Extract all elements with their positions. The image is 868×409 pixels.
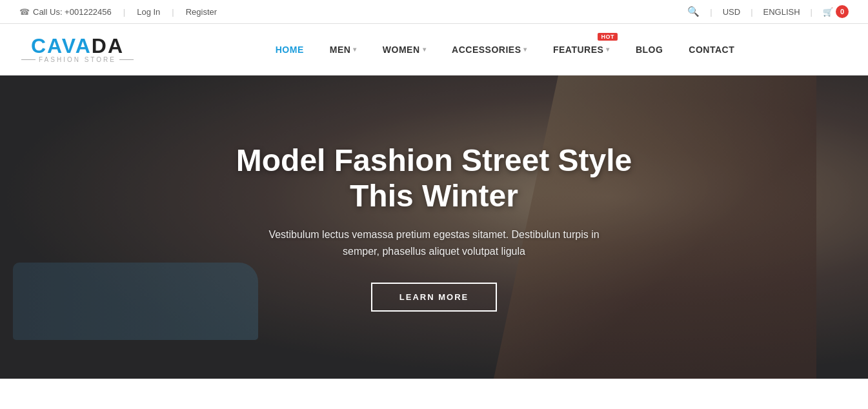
cart-button[interactable]: 🛒 0 <box>823 5 849 18</box>
nav-item-contact[interactable]: CONTACT <box>676 38 747 61</box>
nav-item-accessories[interactable]: ACCESSORIES ▾ <box>439 38 540 61</box>
logo-text: CAVADA <box>31 35 124 56</box>
hero-cta-button[interactable]: LEARN MORE <box>371 283 497 312</box>
nav-item-features-wrap: HOT FEATURES ▾ <box>540 38 623 61</box>
top-bar-left: ☎ Call Us: +001222456 | Log In | Registe… <box>19 7 217 17</box>
hero-content: Model Fashion Street Style This Winter V… <box>0 75 868 379</box>
accessories-dropdown-arrow: ▾ <box>523 46 527 53</box>
language-selector[interactable]: ENGLISH <box>763 7 800 17</box>
main-nav: HOME MEN ▾ WOMEN ▾ ACCESSORIES ▾ HOT FEA… <box>161 38 849 61</box>
logo-subtitle: FASHION STORE <box>21 56 134 63</box>
cart-icon: 🛒 <box>823 7 833 17</box>
header: CAVADA FASHION STORE HOME MEN ▾ WOMEN ▾ … <box>0 24 868 75</box>
nav-item-blog[interactable]: BLOG <box>623 38 676 61</box>
features-dropdown-arrow: ▾ <box>606 46 610 53</box>
login-link[interactable]: Log In <box>137 7 160 17</box>
register-link[interactable]: Register <box>186 7 217 17</box>
hero-title: Model Fashion Street Style This Winter <box>208 143 660 214</box>
top-bar-right: 🔍 | USD | ENGLISH | 🛒 0 <box>687 5 849 18</box>
phone-label: Call Us: +001222456 <box>33 7 112 17</box>
separator-5: | <box>811 7 812 17</box>
nav-item-women[interactable]: WOMEN ▾ <box>370 38 439 61</box>
cart-count: 0 <box>836 5 849 18</box>
search-icon[interactable]: 🔍 <box>687 6 700 17</box>
top-bar: ☎ Call Us: +001222456 | Log In | Registe… <box>0 0 868 24</box>
nav-item-features[interactable]: FEATURES ▾ <box>540 38 623 61</box>
men-dropdown-arrow: ▾ <box>353 46 357 53</box>
logo-blue: CAVA <box>31 34 92 57</box>
phone-info: ☎ Call Us: +001222456 <box>19 7 112 17</box>
logo-line-right <box>119 59 134 60</box>
currency-selector[interactable]: USD <box>723 7 740 17</box>
nav-item-home[interactable]: HOME <box>263 38 317 61</box>
separator-1: | <box>123 7 125 17</box>
logo-fashion-store: FASHION STORE <box>39 56 116 63</box>
hero-section: Model Fashion Street Style This Winter V… <box>0 75 868 379</box>
separator-3: | <box>710 7 712 17</box>
logo-line-left <box>21 59 35 60</box>
separator-4: | <box>751 7 752 17</box>
hero-subtitle: Vestibulum lectus vemassa pretium egesta… <box>254 226 615 259</box>
separator-2: | <box>172 7 174 17</box>
logo[interactable]: CAVADA FASHION STORE <box>19 35 136 63</box>
nav-item-men[interactable]: MEN ▾ <box>317 38 370 61</box>
logo-dark: DA <box>92 34 124 57</box>
women-dropdown-arrow: ▾ <box>423 46 427 53</box>
phone-icon: ☎ <box>19 7 30 17</box>
